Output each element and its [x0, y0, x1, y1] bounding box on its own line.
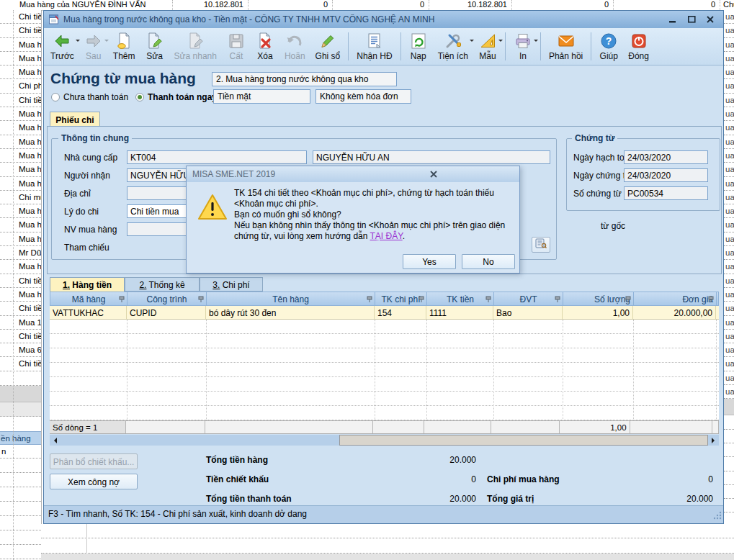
invoice-option-select[interactable]: Không kèm hóa đơn: [315, 89, 411, 104]
print-label: In: [519, 51, 527, 61]
add-button[interactable]: Thêm: [108, 29, 140, 64]
doc-date-field[interactable]: 24/03/2020: [624, 168, 708, 182]
question-circle-icon: ?: [599, 31, 618, 50]
feedback-label: Phản hồi: [549, 51, 583, 61]
dialog-titlebar[interactable]: MISA SME.NET 2019: [187, 166, 519, 182]
close-window-button[interactable]: Đóng: [623, 29, 654, 64]
refresh-icon: [409, 31, 428, 50]
save-button[interactable]: Cất: [222, 29, 251, 64]
dialog-message-period: .: [403, 231, 405, 241]
table-cell[interactable]: 1111: [426, 306, 493, 319]
warning-triangle-icon: [197, 194, 228, 224]
total-goods-label: Tổng tiền hàng: [206, 455, 268, 465]
table-cell[interactable]: 154: [375, 306, 426, 319]
view-debt-button[interactable]: Xem công nợ: [50, 474, 138, 489]
dialog-message-line1: TK 154 chi tiết theo <Khoản mục chi phí>…: [234, 188, 515, 209]
background-empty-row: [41, 538, 734, 553]
templates-button[interactable]: Mẫu: [473, 29, 502, 64]
table-cell[interactable]: 1,00: [563, 306, 633, 319]
doc-no-field[interactable]: PC00534: [624, 186, 708, 200]
delete-button[interactable]: Xóa: [251, 29, 279, 64]
resize-grip-icon[interactable]: [713, 511, 722, 522]
allocate-discount-button[interactable]: Phân bổ chiết khấu...: [50, 453, 138, 469]
scroll-right-arrow-icon[interactable]: [708, 435, 719, 446]
warning-dialog: MISA SME.NET 2019 TK 154 chi tiết theo <…: [186, 166, 520, 274]
pin-icon[interactable]: [708, 296, 714, 303]
background-cell-fragment: ua: [724, 343, 734, 357]
document-group-label: Chứng từ: [572, 133, 617, 143]
tab-thong-ke[interactable]: 2. Thống kê: [125, 277, 200, 292]
background-cell-fragment: ua: [724, 357, 734, 371]
discount-value: 0: [361, 474, 476, 484]
horizontal-scrollbar[interactable]: [50, 435, 719, 446]
status-bar: F3 - Tìm nhanh, Số TK: 154 - Chi phí sản…: [44, 505, 723, 523]
minimize-icon[interactable]: [667, 14, 679, 24]
pin-icon[interactable]: [119, 296, 125, 303]
pin-icon[interactable]: [198, 296, 204, 303]
pin-icon[interactable]: [419, 296, 424, 303]
dialog-close-icon[interactable]: [353, 169, 514, 179]
no-button[interactable]: No: [462, 254, 515, 269]
refresh-button[interactable]: Nạp: [404, 29, 433, 64]
quick-edit-button[interactable]: Sửa nhanh: [169, 29, 221, 64]
window-titlebar[interactable]: Mua hàng trong nước không qua kho - Tiền…: [44, 11, 723, 28]
pin-icon[interactable]: [555, 296, 560, 303]
maximize-icon[interactable]: [686, 14, 697, 24]
column-header[interactable]: TK tiền: [427, 292, 494, 305]
supplier-code-field[interactable]: KT004: [127, 150, 307, 164]
table-cell[interactable]: CUPID: [127, 306, 206, 319]
radio-pay-now[interactable]: Thanh toán ngay: [135, 92, 217, 102]
pin-icon[interactable]: [367, 296, 372, 303]
payment-method-select[interactable]: Tiền mặt: [213, 89, 310, 104]
close-icon[interactable]: [704, 14, 716, 24]
supplier-name-field[interactable]: NGUYỄN HỮU AN: [313, 150, 550, 164]
table-cell[interactable]: 20.000,00: [633, 306, 716, 319]
background-cell-fragment: ua: [724, 66, 734, 79]
tab-chi-phi[interactable]: 3. Chi phí: [200, 277, 263, 292]
pin-icon[interactable]: [625, 296, 631, 303]
receiver-label: Người nhận: [64, 171, 110, 181]
help-link[interactable]: TẠI ĐÂY: [370, 231, 403, 241]
tab-phieu-chi[interactable]: Phiếu chi: [50, 112, 100, 127]
pin-icon[interactable]: [485, 296, 491, 303]
receive-invoice-button[interactable]: Nhận HĐ: [352, 29, 397, 64]
background-list-item: Chi tiề: [0, 330, 41, 343]
radio-pay-later[interactable]: Chưa thanh toán: [51, 92, 128, 102]
delete-document-icon: [256, 31, 274, 50]
posting-date-field[interactable]: 24/03/2020: [624, 150, 708, 164]
undo-button[interactable]: Hoãn: [279, 29, 310, 64]
table-cell[interactable]: Bao: [493, 306, 563, 319]
background-cell-fragment: ua: [724, 385, 734, 399]
post-button[interactable]: Ghi sổ: [310, 29, 346, 64]
doc-type-select[interactable]: 2. Mua hàng trong nước không qua kho: [212, 72, 397, 86]
yes-button[interactable]: Yes: [403, 254, 456, 269]
column-header[interactable]: TK chi phí: [375, 292, 427, 305]
prev-button[interactable]: Trước: [45, 29, 79, 64]
column-header[interactable]: Công trình: [127, 292, 207, 305]
attachment-button[interactable]: [532, 237, 550, 253]
table-cell[interactable]: bó dây rút 30 đen: [206, 306, 375, 319]
edit-label: Sửa: [146, 51, 163, 61]
column-header[interactable]: Mã hàng: [50, 292, 127, 305]
column-header[interactable]: Số lượng: [563, 292, 634, 305]
column-header[interactable]: Đơn giá: [634, 292, 717, 305]
edit-button[interactable]: Sửa: [140, 29, 169, 64]
feedback-button[interactable]: Phản hồi: [544, 29, 588, 64]
next-button[interactable]: Sau: [79, 29, 108, 64]
column-header[interactable]: Tên hàng: [207, 292, 375, 305]
table-cell[interactable]: VATTUKHAC: [50, 306, 127, 319]
background-cell-fragment: ua: [724, 218, 734, 232]
background-right-column: uauauauauauauauauauauauauauauauauauauaua…: [724, 10, 734, 560]
background-summary-band: [724, 399, 734, 415]
tab-hang-tien[interactable]: 1. Hàng tiền: [50, 277, 125, 292]
column-header[interactable]: ĐVT: [494, 292, 563, 305]
background-summary-band: [0, 386, 41, 402]
scrollbar-thumb[interactable]: [339, 435, 708, 446]
print-button[interactable]: In: [509, 29, 537, 64]
background-cell-fragment: ua: [724, 246, 734, 260]
scroll-left-arrow-icon[interactable]: [50, 435, 61, 446]
discount-label: Tiền chiết khấu: [206, 474, 269, 484]
utilities-button[interactable]: Tiện ích: [433, 29, 473, 64]
receive-invoice-label: Nhận HĐ: [357, 51, 392, 61]
help-button[interactable]: ? Giúp: [594, 29, 623, 64]
